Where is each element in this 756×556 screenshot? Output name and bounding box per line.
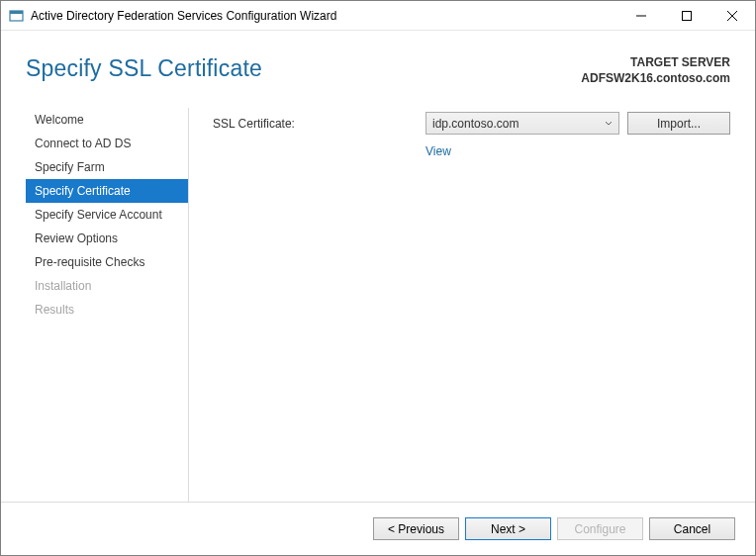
chevron-down-icon xyxy=(605,121,613,127)
app-icon xyxy=(9,8,25,24)
cancel-button[interactable]: Cancel xyxy=(649,517,735,540)
wizard-sidebar: Welcome Connect to AD DS Specify Farm Sp… xyxy=(26,108,189,502)
sidebar-item-specify-farm[interactable]: Specify Farm xyxy=(26,155,188,179)
sidebar-item-connect-adds[interactable]: Connect to AD DS xyxy=(26,132,188,155)
titlebar: Active Directory Federation Services Con… xyxy=(1,1,755,31)
sidebar-item-results: Results xyxy=(26,298,188,322)
ssl-certificate-label: SSL Certificate: xyxy=(213,117,425,131)
previous-button[interactable]: < Previous xyxy=(373,517,459,540)
target-server-block: TARGET SERVER ADFSW2K16.contoso.com xyxy=(581,55,730,86)
main-panel: SSL Certificate: idp.contoso.com Import.… xyxy=(189,108,730,502)
svg-rect-1 xyxy=(10,11,23,14)
view-link-label: View xyxy=(425,144,451,158)
sidebar-item-label: Welcome xyxy=(35,113,84,127)
ssl-certificate-row: SSL Certificate: idp.contoso.com Import.… xyxy=(213,112,730,135)
svg-rect-3 xyxy=(683,11,692,20)
window-title: Active Directory Federation Services Con… xyxy=(31,9,618,23)
sidebar-item-label: Review Options xyxy=(35,232,118,245)
sidebar-item-welcome[interactable]: Welcome xyxy=(26,108,188,132)
import-button-label: Import... xyxy=(657,117,701,131)
sidebar-item-label: Results xyxy=(35,303,74,317)
wizard-window: Active Directory Federation Services Con… xyxy=(0,0,756,556)
content-area: Specify SSL Certificate TARGET SERVER AD… xyxy=(1,31,755,502)
maximize-button[interactable] xyxy=(664,1,709,30)
next-button[interactable]: Next > xyxy=(465,517,551,540)
header-row: Specify SSL Certificate TARGET SERVER AD… xyxy=(26,55,730,86)
sidebar-item-label: Specify Service Account xyxy=(35,208,162,222)
minimize-button[interactable] xyxy=(618,1,664,30)
configure-button: Configure xyxy=(557,517,643,540)
page-title: Specify SSL Certificate xyxy=(26,55,262,82)
sidebar-item-specify-certificate[interactable]: Specify Certificate xyxy=(26,179,188,203)
sidebar-item-prerequisite-checks[interactable]: Pre-requisite Checks xyxy=(26,250,188,274)
target-server-label: TARGET SERVER xyxy=(581,55,730,71)
view-certificate-link[interactable]: View xyxy=(425,144,730,158)
sidebar-item-installation: Installation xyxy=(26,274,188,298)
sidebar-item-label: Specify Certificate xyxy=(35,184,131,198)
sidebar-item-label: Connect to AD DS xyxy=(35,137,131,150)
sidebar-item-label: Installation xyxy=(35,279,91,293)
body-area: Welcome Connect to AD DS Specify Farm Sp… xyxy=(26,108,730,502)
wizard-footer: < Previous Next > Configure Cancel xyxy=(1,502,755,555)
sidebar-item-label: Specify Farm xyxy=(35,160,105,174)
sidebar-item-label: Pre-requisite Checks xyxy=(35,255,144,269)
import-button[interactable]: Import... xyxy=(627,112,730,135)
target-server-value: ADFSW2K16.contoso.com xyxy=(581,71,730,87)
close-button[interactable] xyxy=(709,1,755,30)
ssl-certificate-selected: idp.contoso.com xyxy=(432,117,519,131)
ssl-certificate-dropdown[interactable]: idp.contoso.com xyxy=(425,112,619,135)
sidebar-item-specify-service-account[interactable]: Specify Service Account xyxy=(26,203,188,227)
sidebar-item-review-options[interactable]: Review Options xyxy=(26,227,188,250)
window-controls xyxy=(618,1,755,30)
